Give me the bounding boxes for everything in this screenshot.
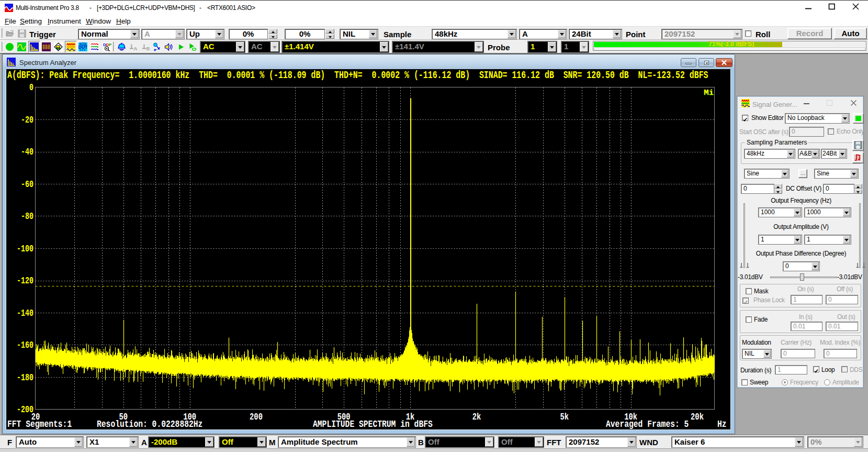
svg-text:Resolution: 0.0228882Hz: Resolution: 0.0228882Hz <box>97 419 202 429</box>
svg-text:-120: -120 <box>17 275 33 286</box>
svg-text:DUT: DUT <box>78 45 87 50</box>
svg-text:A: A <box>134 46 138 51</box>
svg-text:-20: -20 <box>21 115 33 125</box>
svg-text:-160: -160 <box>17 340 33 350</box>
svg-text:B: B <box>146 46 150 51</box>
svg-text:-80: -80 <box>21 211 33 222</box>
svg-text:-140: -140 <box>17 308 33 318</box>
svg-text:5k: 5k <box>560 412 569 422</box>
svg-text:Averaged Frames: 5: Averaged Frames: 5 <box>606 419 689 429</box>
svg-text:-40: -40 <box>21 147 33 157</box>
svg-text:Mi: Mi <box>704 89 714 97</box>
svg-text:Hz: Hz <box>717 419 727 429</box>
svg-text:AMPLITUDE SPECTRUM in dBFS: AMPLITUDE SPECTRUM in dBFS <box>313 419 433 429</box>
svg-text:200: 200 <box>250 412 263 422</box>
svg-text:20k: 20k <box>691 412 704 422</box>
svg-text:-60: -60 <box>21 179 33 190</box>
svg-text:P: P <box>109 42 111 47</box>
svg-text:-100: -100 <box>17 244 33 254</box>
svg-text:FFT Segments:1: FFT Segments:1 <box>7 419 72 429</box>
svg-text:A(dBFS): Peak Frequency= 1.00: A(dBFS): Peak Frequency= 1.0000160 kHz T… <box>7 69 708 81</box>
svg-text:888: 888 <box>42 44 50 51</box>
svg-text:0: 0 <box>29 82 33 93</box>
svg-text:2k: 2k <box>472 412 481 422</box>
svg-text:-180: -180 <box>17 372 33 383</box>
